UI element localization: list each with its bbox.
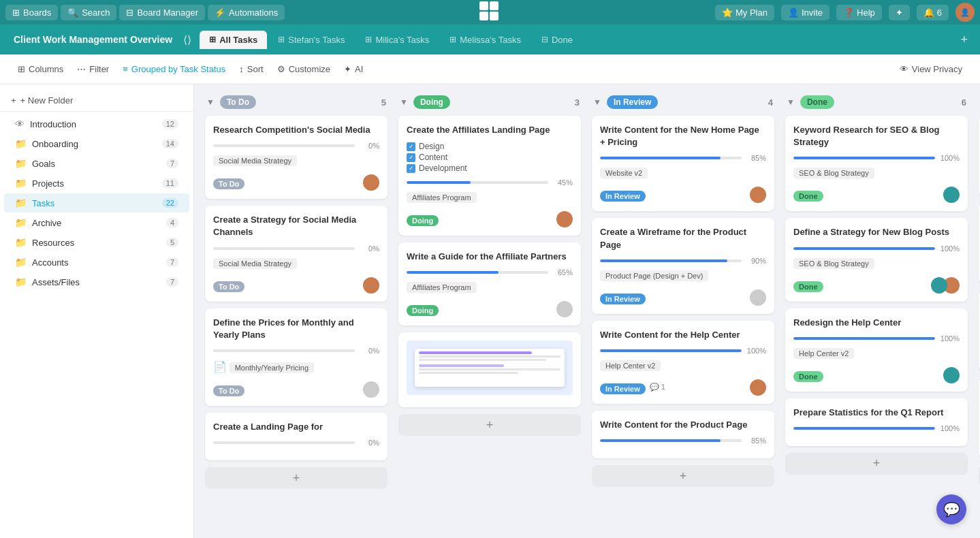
tab-melissa's-tasks[interactable]: ⊞Melissa's Tasks bbox=[440, 31, 531, 49]
board-manager-button[interactable]: ⊟ Board Manager bbox=[119, 5, 205, 20]
user-avatar[interactable]: 👤 bbox=[955, 3, 975, 22]
column-status-badge: In Review bbox=[607, 95, 658, 109]
kanban-card[interactable]: Research Competition's Social Media 0% S… bbox=[205, 116, 388, 199]
top-navigation: ⊞ Boards 🔍 Search ⊟ Board Manager ⚡ Auto… bbox=[0, 0, 980, 25]
tab-milica's-tasks[interactable]: ⊞Milica's Tasks bbox=[355, 31, 439, 49]
kanban-card[interactable]: Prepare Statistics for the Q1 Report 100… bbox=[785, 398, 968, 446]
card-title: Redesign the Help Center bbox=[793, 317, 960, 329]
filter-button[interactable]: ⋯ Filter bbox=[70, 60, 116, 78]
card-progress-pct: 90% bbox=[747, 257, 766, 265]
column-status-badge: Done bbox=[800, 95, 834, 109]
sidebar-item-projects[interactable]: 📁 Projects 11 bbox=[4, 174, 189, 193]
card-status-badge: Doing bbox=[407, 215, 439, 226]
card-progress-pct: 0% bbox=[360, 347, 379, 355]
column-header: ▼ In Review 4 bbox=[592, 95, 774, 109]
view-privacy-button[interactable]: 👁 View Privacy bbox=[893, 60, 969, 78]
sort-button[interactable]: ↕ Sort bbox=[232, 60, 270, 78]
kanban-card[interactable]: Create a Wireframe for the Product Page … bbox=[592, 218, 774, 313]
card-progress-row: 85% bbox=[600, 154, 766, 162]
card-avatar bbox=[750, 187, 766, 203]
kanban-card[interactable]: Write Content for the New Home Page + Pr… bbox=[592, 116, 774, 211]
card-title: Write Content for the Help Center bbox=[600, 329, 766, 341]
card-tag: Product Page (Design + Dev) bbox=[600, 270, 708, 281]
grouped-by-button[interactable]: ≡ Grouped by Task Status bbox=[116, 60, 232, 78]
svg-rect-2 bbox=[479, 12, 488, 20]
card-footer: Done bbox=[793, 367, 960, 383]
kanban-card[interactable]: Create the Affiliates Landing Page Desig… bbox=[398, 116, 581, 236]
kanban-card[interactable]: Define the Prices for Monthly and Yearly… bbox=[205, 308, 388, 406]
add-card-button[interactable]: + bbox=[592, 465, 774, 487]
breadcrumb-title[interactable]: Client Work Management Overview bbox=[7, 34, 179, 45]
card-progress-bar bbox=[600, 439, 742, 442]
card-title: Create a Wireframe for the Product Page bbox=[600, 226, 766, 251]
customize-button[interactable]: ⚙ Customize bbox=[270, 60, 337, 78]
my-plan-button[interactable]: ⭐ My Plan bbox=[715, 5, 774, 20]
automations-button[interactable]: ⚡ Automations bbox=[208, 5, 285, 20]
column-collapse-button[interactable]: ▼ bbox=[206, 97, 215, 107]
collapse-sidebar-button[interactable]: ⟨⟩ bbox=[179, 31, 195, 49]
check-box[interactable] bbox=[407, 153, 415, 162]
sidebar-item-tasks[interactable]: 📁 Tasks 22 bbox=[4, 193, 189, 212]
theme-button[interactable]: ✦ bbox=[889, 5, 910, 20]
kanban-card[interactable]: Write Content for the Help Center 100% H… bbox=[592, 321, 774, 404]
kanban-card[interactable]: Write a Guide for the Affiliate Partners… bbox=[398, 242, 581, 326]
kanban-card[interactable]: Create a Landing Page for 0% bbox=[205, 413, 388, 460]
add-tab-button[interactable]: + bbox=[955, 30, 973, 50]
add-card-button[interactable]: + bbox=[785, 453, 968, 475]
invite-button[interactable]: 👤 Invite bbox=[781, 5, 829, 20]
column-collapse-button[interactable]: ▼ bbox=[400, 97, 408, 107]
card-footer: To Do bbox=[213, 174, 379, 191]
sidebar-item-resources[interactable]: 📁 Resources 5 bbox=[4, 233, 189, 252]
boards-button[interactable]: ⊞ Boards bbox=[5, 5, 58, 20]
card-footer: In Review bbox=[600, 187, 766, 203]
tab-done[interactable]: ⊟Done bbox=[532, 31, 582, 49]
kanban-card[interactable] bbox=[398, 332, 581, 407]
card-tag: Help Center v2 bbox=[793, 348, 854, 359]
kanban-card[interactable]: Write Content for the Product Page 85% bbox=[592, 411, 774, 458]
sidebar-item-label: Projects bbox=[32, 178, 162, 189]
sort-label: Sort bbox=[247, 64, 264, 74]
folder-icon: 👁 bbox=[15, 118, 25, 129]
tab-stefan's-tasks[interactable]: ⊞Stefan's Tasks bbox=[268, 31, 354, 49]
group-icon: ≡ bbox=[123, 64, 128, 74]
card-tag: SEO & Blog Strategy bbox=[793, 168, 874, 178]
card-progress-fill bbox=[793, 157, 935, 159]
sidebar-item-archive[interactable]: 📁 Archive 4 bbox=[4, 213, 189, 232]
search-label: Search bbox=[82, 7, 110, 18]
add-card-button[interactable]: + bbox=[205, 467, 388, 489]
card-avatar bbox=[363, 277, 379, 294]
add-card-button[interactable]: + bbox=[398, 414, 581, 436]
eye-icon: 👁 bbox=[900, 64, 908, 74]
nav-right-area: ⭐ My Plan 👤 Invite ❓ Help ✦ 🔔 6 👤 bbox=[715, 3, 975, 22]
card-progress-fill bbox=[793, 247, 935, 250]
new-folder-button[interactable]: + + New Folder bbox=[0, 90, 193, 112]
sidebar-item-accounts[interactable]: 📁 Accounts 7 bbox=[4, 253, 189, 272]
card-tag: Monthly/Yearly Pricing bbox=[230, 362, 314, 373]
sidebar-item-onboarding[interactable]: 📁 Onboarding 14 bbox=[4, 134, 189, 153]
card-footer: Done bbox=[793, 277, 960, 294]
kanban-card[interactable]: Create a Strategy for Social Media Chann… bbox=[205, 206, 388, 301]
notifications-button[interactable]: 🔔 6 bbox=[917, 5, 949, 20]
view-privacy-label: View Privacy bbox=[912, 64, 962, 74]
search-button[interactable]: 🔍 Search bbox=[61, 5, 116, 20]
column-collapse-button[interactable]: ▼ bbox=[787, 97, 795, 107]
chat-widget-button[interactable]: 💬 bbox=[936, 494, 966, 524]
check-box[interactable] bbox=[407, 142, 415, 151]
sidebar-item-assets/files[interactable]: 📁 Assets/Files 7 bbox=[4, 272, 189, 291]
ai-button[interactable]: ✦ AI bbox=[337, 60, 370, 78]
columns-button[interactable]: ⊞ Columns bbox=[11, 60, 70, 78]
column-count: 6 bbox=[962, 97, 966, 108]
kanban-card[interactable]: Define a Strategy for New Blog Posts 100… bbox=[785, 218, 968, 301]
card-avatar bbox=[750, 379, 766, 396]
help-button[interactable]: ❓ Help bbox=[836, 5, 882, 20]
check-box[interactable] bbox=[407, 164, 415, 173]
sidebar-item-count: 14 bbox=[162, 139, 178, 148]
card-progress-bar bbox=[407, 181, 548, 184]
sidebar-item-introduction[interactable]: 👁 Introduction 12 bbox=[4, 114, 189, 133]
tab-all-tasks[interactable]: ⊞All Tasks bbox=[200, 31, 267, 49]
column-collapse-button[interactable]: ▼ bbox=[593, 97, 601, 107]
sidebar-item-goals[interactable]: 📁 Goals 7 bbox=[4, 154, 189, 173]
kanban-card[interactable]: Redesign the Help Center 100% Help Cente… bbox=[785, 308, 968, 392]
card-title: Define the Prices for Monthly and Yearly… bbox=[213, 317, 379, 341]
kanban-card[interactable]: Keyword Research for SEO & Blog Strategy… bbox=[785, 116, 968, 211]
